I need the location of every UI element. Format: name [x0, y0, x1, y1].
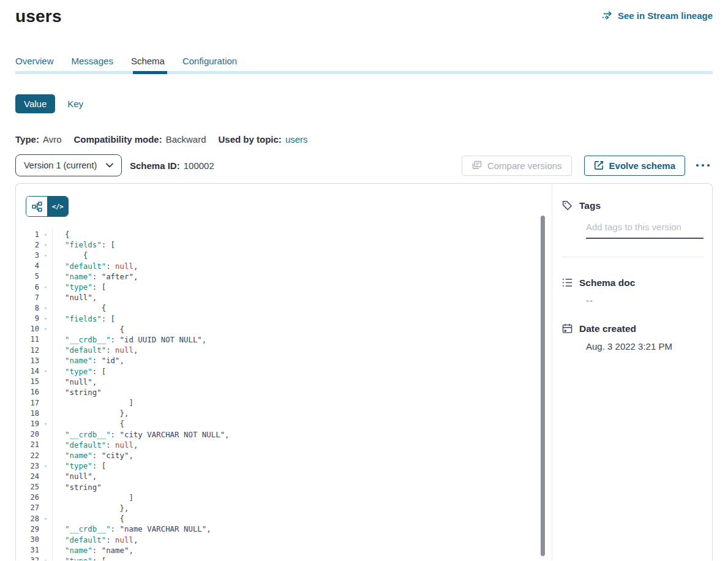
- schema-id-label: Schema ID:: [130, 160, 180, 171]
- code-text: {: [52, 229, 552, 239]
- schema-doc-title: Schema doc: [579, 277, 635, 288]
- version-select[interactable]: Version 1 (current): [15, 154, 122, 176]
- topic-link[interactable]: users: [285, 134, 308, 145]
- line-number: 24: [16, 472, 39, 481]
- line-number: 15: [16, 377, 39, 386]
- type-label: Type:: [15, 134, 39, 145]
- line-number: 11: [16, 335, 39, 344]
- code-line: 29 "__crdb__": "name VARCHAR NULL",: [16, 524, 552, 534]
- code-line: 21 "default": null,: [16, 440, 552, 450]
- schema-doc-section: Schema doc --: [561, 277, 704, 306]
- code-line: 5 "name": "after",: [16, 271, 552, 282]
- code-text: {: [52, 250, 552, 260]
- code-text: {: [52, 324, 552, 334]
- fold-toggle-icon[interactable]: ▾: [39, 252, 52, 258]
- line-number: 14: [16, 367, 39, 375]
- fold-toggle-icon[interactable]: ▾: [39, 463, 52, 469]
- code-text: "__crdb__": "id UUID NOT NULL",: [52, 334, 552, 345]
- line-number: 7: [16, 293, 39, 302]
- page-header: users See in Stream lineage: [15, 0, 713, 27]
- line-number: 4: [16, 262, 39, 270]
- fold-toggle-icon[interactable]: ▾: [39, 284, 52, 290]
- schema-panel: </> 1▾{2▾ "fields": [3▾ {4 "default": nu…: [15, 183, 713, 560]
- code-text: "__crdb__": "city VARCHAR NOT NULL",: [52, 429, 552, 440]
- value-toggle-button[interactable]: Value: [15, 94, 55, 113]
- schema-meta-row: Type: Avro Compatibility mode: Backward …: [15, 134, 713, 145]
- more-options-button[interactable]: [693, 161, 713, 170]
- code-text: "string": [52, 482, 552, 492]
- code-line: 9▾ "fields": [: [16, 314, 552, 324]
- tree-view-button[interactable]: [26, 197, 47, 216]
- code-line: 32▾ "type": [: [16, 555, 552, 560]
- type-value: Avro: [43, 134, 62, 145]
- tree-view-icon: [32, 201, 42, 212]
- code-view-icon: </>: [52, 203, 63, 211]
- stream-lineage-link[interactable]: See in Stream lineage: [602, 10, 713, 21]
- code-line: 18 },: [16, 408, 552, 418]
- schema-doc-header: Schema doc: [561, 277, 704, 288]
- code-line: 12 "default": null,: [16, 345, 552, 355]
- fold-toggle-icon[interactable]: ▾: [39, 305, 52, 311]
- tags-input[interactable]: [586, 220, 704, 239]
- line-number: 23: [16, 462, 39, 470]
- code-text: "default": null,: [52, 261, 552, 271]
- key-toggle-button[interactable]: Key: [59, 94, 92, 113]
- evolve-schema-button[interactable]: Evolve schema: [584, 156, 685, 176]
- fold-toggle-icon[interactable]: ▾: [39, 242, 52, 248]
- compare-versions-label: Compare versions: [487, 160, 562, 171]
- code-line: 31 "name": "name",: [16, 545, 552, 555]
- code-text: "name": "id",: [52, 355, 552, 366]
- code-text: "type": [: [52, 366, 552, 376]
- line-number: 19: [16, 420, 39, 428]
- fold-toggle-icon[interactable]: ▾: [39, 326, 52, 332]
- editor-scrollbar-thumb[interactable]: [541, 216, 545, 556]
- schema-sidebar: Tags Schema doc --: [552, 184, 712, 560]
- fold-toggle-icon[interactable]: ▾: [39, 557, 52, 560]
- tab-overview[interactable]: Overview: [15, 56, 54, 71]
- fold-toggle-icon[interactable]: ▾: [39, 368, 52, 374]
- code-line: 3▾ {: [16, 250, 552, 260]
- code-text: "type": [: [52, 461, 552, 471]
- tab-configuration[interactable]: Configuration: [182, 56, 237, 71]
- stream-lineage-icon: [602, 10, 614, 21]
- code-text: ]: [52, 492, 552, 503]
- code-text: ]: [52, 397, 552, 408]
- code-text: "default": null,: [52, 440, 552, 450]
- code-text: "string": [52, 387, 552, 397]
- code-line: 16 "string": [16, 387, 552, 397]
- fold-toggle-icon[interactable]: ▾: [39, 516, 52, 522]
- compare-versions-button[interactable]: Compare versions: [462, 156, 572, 176]
- date-created-title: Date created: [579, 323, 636, 334]
- line-number: 21: [16, 440, 39, 449]
- code-line: 17 ]: [16, 397, 552, 408]
- code-view-button[interactable]: </>: [47, 197, 68, 216]
- line-number: 9: [16, 314, 39, 323]
- code-text: "type": [: [52, 555, 552, 560]
- tab-messages[interactable]: Messages: [72, 56, 113, 71]
- code-line: 26 ]: [16, 492, 552, 503]
- edit-schema-icon: [594, 160, 604, 170]
- code-line: 2▾ "fields": [: [16, 239, 552, 250]
- code-line: 24 "null",: [16, 471, 552, 481]
- schema-doc-value: --: [586, 295, 704, 306]
- code-text: {: [52, 513, 552, 524]
- schema-id-value: 100002: [184, 160, 214, 171]
- line-number: 30: [16, 535, 39, 544]
- line-number: 5: [16, 272, 39, 280]
- date-created-header: Date created: [561, 323, 704, 334]
- fold-toggle-icon[interactable]: ▾: [39, 315, 52, 322]
- tag-icon: [561, 200, 573, 211]
- fold-toggle-icon[interactable]: ▾: [39, 232, 52, 238]
- code-text: "name": "name",: [52, 545, 552, 555]
- tags-section: Tags: [561, 200, 704, 239]
- code-text: },: [52, 408, 552, 418]
- line-number: 26: [16, 493, 39, 502]
- line-number: 16: [16, 388, 39, 396]
- tab-schema[interactable]: Schema: [131, 56, 165, 71]
- fold-toggle-icon[interactable]: ▾: [39, 421, 52, 427]
- code-text: "fields": [: [52, 314, 552, 324]
- editor-view-toggle: </>: [26, 196, 69, 217]
- line-number: 1: [16, 230, 39, 239]
- code-text: "null",: [52, 377, 552, 387]
- line-number: 12: [16, 346, 39, 355]
